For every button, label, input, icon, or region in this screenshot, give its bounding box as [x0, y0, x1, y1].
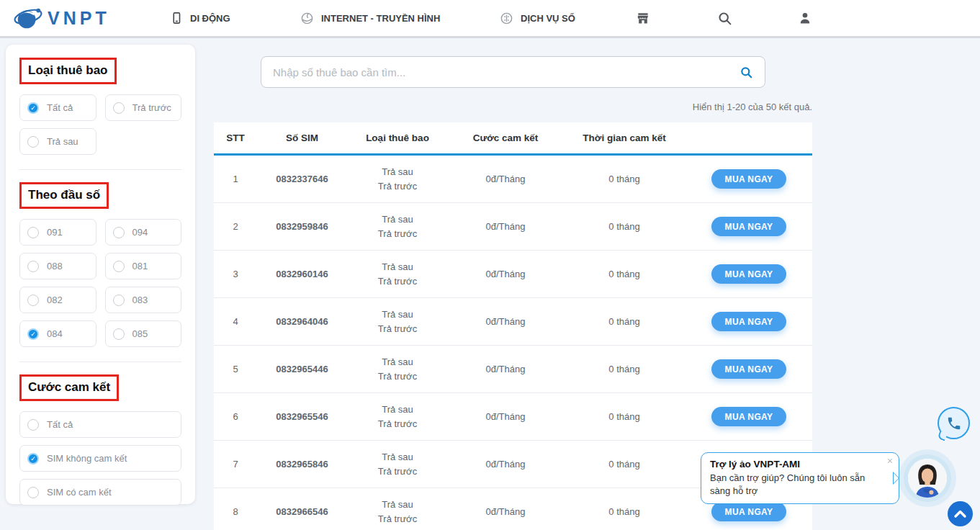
commitment-options: Tất cả SIM không cam kết SIM có cam kết [19, 411, 181, 506]
type-line-2: Trả trước [347, 417, 448, 431]
radio-option[interactable]: Trả sau [19, 128, 96, 155]
store-icon [636, 11, 650, 25]
column-header-stt: STT [214, 132, 257, 143]
results-summary: Hiển thị 1-20 của 50 kết quả. [214, 102, 812, 112]
nav-store-button[interactable] [636, 0, 650, 36]
commitment-duration-cell: 0 tháng [563, 459, 685, 470]
radio-label: 082 [47, 295, 63, 305]
vnpt-globe-icon [13, 4, 43, 32]
commitment-fee-cell: 0đ/Tháng [448, 506, 563, 517]
radio-label: 084 [47, 328, 63, 339]
chat-title: Trợ lý ảo VNPT-AMI [710, 459, 883, 470]
scroll-to-top-button[interactable] [948, 501, 973, 526]
commitment-duration-cell: 0 tháng [563, 174, 685, 184]
column-header-fee: Cước cam kết [448, 132, 563, 143]
table-row: 2 0832959846 Trả sau Trả trước 0đ/Tháng … [214, 203, 812, 251]
radio-option[interactable]: 088 [19, 253, 96, 279]
radio-option[interactable]: 085 [105, 320, 182, 347]
radio-option[interactable]: 091 [19, 219, 96, 246]
buy-now-button[interactable]: MUA NGAY [711, 407, 786, 426]
radio-icon [113, 295, 125, 306]
sim-search-box [261, 56, 765, 88]
radio-option[interactable]: Trả trước [105, 94, 182, 121]
internet-tv-icon [300, 12, 314, 25]
nav-item-internet-tv[interactable]: INTERNET - TRUYỀN HÌNH [300, 0, 440, 36]
subscriber-type-options: Tất cả Trả trước Trả sau [19, 94, 181, 155]
commitment-duration-cell: 0 tháng [563, 221, 685, 232]
action-cell: MUA NGAY [685, 502, 812, 521]
radio-option[interactable]: Tất cả [19, 411, 181, 438]
sim-number-link[interactable]: 0832965446 [257, 364, 347, 374]
avatar-photo [904, 454, 951, 502]
radio-option[interactable]: 084 [19, 320, 96, 347]
action-cell: MUA NGAY [685, 312, 812, 331]
row-index: 2 [214, 221, 257, 232]
row-index: 3 [214, 269, 257, 279]
table-row: 4 0832964046 Trả sau Trả trước 0đ/Tháng … [214, 298, 812, 346]
radio-icon [27, 453, 39, 464]
prefix-options: 091 094 088 081 082 083 084 085 [19, 219, 181, 347]
buy-now-button[interactable]: MUA NGAY [711, 264, 786, 284]
buy-now-button[interactable]: MUA NGAY [711, 217, 786, 236]
radio-label: Tất cả [47, 102, 73, 113]
nav-account-button[interactable] [798, 0, 812, 36]
assistant-avatar[interactable] [899, 449, 956, 507]
commitment-fee-cell: 0đ/Tháng [448, 221, 563, 232]
subscriber-type-cell: Trả sau Trả trước [347, 260, 448, 289]
radio-option[interactable]: 082 [19, 287, 96, 313]
radio-option[interactable]: SIM có cam kết [19, 479, 181, 506]
call-button[interactable] [938, 407, 970, 439]
buy-now-button[interactable]: MUA NGAY [711, 312, 786, 331]
user-icon [798, 11, 812, 25]
buy-now-button[interactable]: MUA NGAY [711, 359, 786, 379]
search-icon [717, 11, 732, 26]
chat-close-icon[interactable]: × [887, 455, 893, 467]
type-line-2: Trả trước [347, 369, 448, 384]
sim-number-link[interactable]: 0832965546 [257, 411, 347, 422]
radio-option[interactable]: 081 [105, 253, 182, 279]
digital-services-icon [500, 12, 513, 25]
mobile-phone-icon [170, 11, 183, 25]
commitment-fee-cell: 0đ/Tháng [448, 459, 563, 470]
action-cell: MUA NGAY [685, 169, 812, 189]
radio-icon [27, 295, 39, 306]
type-line-2: Trả trước [347, 512, 448, 526]
radio-option[interactable]: SIM không cam kết [19, 445, 181, 472]
radio-option[interactable]: Tất cả [19, 94, 96, 121]
nav-search-button[interactable] [717, 0, 732, 36]
search-submit-icon[interactable] [740, 66, 753, 79]
search-input[interactable] [273, 66, 740, 78]
sim-number-link[interactable]: 0832966546 [257, 506, 347, 517]
commitment-duration-cell: 0 tháng [563, 411, 685, 422]
row-index: 1 [214, 174, 257, 184]
radio-icon [113, 102, 125, 114]
type-line-2: Trả trước [347, 179, 448, 194]
radio-label: 081 [132, 261, 148, 271]
logo-text: VNPT [48, 8, 110, 29]
filter-sidebar: Loại thuê bao Tất cả Trả trước Trả sau T… [6, 45, 195, 504]
radio-label: SIM không cam kết [47, 453, 127, 464]
nav-label: DỊCH VỤ SỐ [521, 13, 575, 24]
commitment-fee-cell: 0đ/Tháng [448, 316, 563, 327]
filter-section-title-prefix: Theo đầu số [19, 182, 109, 209]
nav-item-mobile[interactable]: DI ĐỘNG [170, 0, 230, 36]
nav-item-digital-services[interactable]: DỊCH VỤ SỐ [500, 0, 575, 36]
subscriber-type-cell: Trả sau Trả trước [347, 355, 448, 384]
row-index: 4 [214, 316, 257, 327]
sim-number-link[interactable]: 0832964046 [257, 316, 347, 327]
vnpt-logo[interactable]: VNPT [13, 0, 110, 36]
action-cell: MUA NGAY [685, 217, 812, 236]
type-line-2: Trả trước [347, 274, 448, 289]
sim-number-link[interactable]: 0832337646 [257, 174, 347, 184]
sim-number-link[interactable]: 0832959846 [257, 221, 347, 232]
subscriber-type-cell: Trả sau Trả trước [347, 403, 448, 431]
sim-number-link[interactable]: 0832965846 [257, 459, 347, 470]
sim-number-link[interactable]: 0832960146 [257, 269, 347, 279]
buy-now-button[interactable]: MUA NGAY [711, 169, 786, 189]
radio-option[interactable]: 094 [105, 219, 182, 246]
table-header-row: STT Số SIM Loại thuê bao Cước cam kết Th… [214, 122, 812, 156]
radio-icon [27, 261, 39, 272]
radio-option[interactable]: 083 [105, 287, 182, 313]
buy-now-button[interactable]: MUA NGAY [711, 502, 786, 521]
phone-icon [946, 416, 962, 431]
